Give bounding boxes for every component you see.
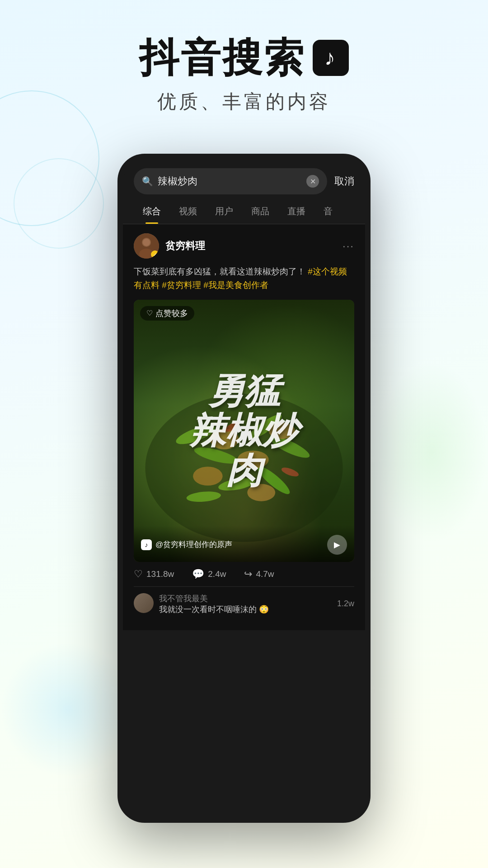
- bg-decoration-blob-bottom: [0, 642, 136, 778]
- app-title-text: 抖音搜索: [139, 36, 305, 80]
- search-input-wrap[interactable]: 🔍 辣椒炒肉 ✕: [134, 168, 327, 194]
- video-thumbnail[interactable]: 勇猛辣椒炒肉 ♡ 点赞较多 ♪ @贫穷料理创作的原声 ▶: [134, 300, 354, 562]
- badge-text: 点赞较多: [155, 308, 188, 319]
- like-icon: ♡: [134, 568, 143, 580]
- video-text-overlay: 勇猛辣椒炒肉: [134, 300, 354, 562]
- cancel-search-button[interactable]: 取消: [334, 175, 354, 188]
- share-count: 4.7w: [256, 569, 274, 579]
- comment-stat[interactable]: 💬 2.4w: [192, 568, 226, 580]
- search-query-text: 辣椒炒肉: [158, 175, 302, 188]
- hashtag-3[interactable]: #我是美食创作者: [203, 280, 268, 290]
- tiktok-icon-symbol: ♪: [324, 46, 337, 70]
- app-title: 抖音搜索 ♪: [0, 36, 488, 80]
- video-music-info: ♪ @贫穷料理创作的原声: [141, 539, 232, 550]
- commenter-avatar: [134, 593, 154, 613]
- header-section: 抖音搜索 ♪ 优质、丰富的内容: [0, 0, 488, 132]
- comment-text: 我就没一次看时不咽唾沫的 😳: [159, 604, 332, 615]
- comment-count: 2.4w: [208, 569, 226, 579]
- video-like-badge: ♡ 点赞较多: [140, 306, 194, 321]
- music-info-text: @贫穷料理创作的原声: [155, 539, 232, 550]
- phone-screen: 🔍 辣椒炒肉 ✕ 取消 综合 视频 用户 商品: [123, 159, 365, 817]
- tab-视频[interactable]: 视频: [170, 202, 206, 224]
- content-area: ✓ 贫穷料理 ··· 下饭菜到底有多凶猛，就看这道辣椒炒肉了！ #这个视频有点料…: [123, 224, 365, 630]
- clear-search-button[interactable]: ✕: [306, 175, 319, 188]
- video-overlay-text: 勇猛辣椒炒肉: [190, 371, 298, 491]
- tab-音[interactable]: 音: [314, 202, 342, 224]
- heart-icon: ♡: [146, 309, 153, 317]
- tabs-row: 综合 视频 用户 商品 直播 音: [123, 194, 365, 224]
- comment-like-count: 1.2w: [337, 599, 354, 609]
- verified-badge: ✓: [151, 250, 159, 259]
- share-stat[interactable]: ↪ 4.7w: [244, 568, 274, 580]
- comment-preview: 我不管我最美 我就没一次看时不咽唾沫的 😳 1.2w: [134, 587, 354, 621]
- play-button[interactable]: ▶: [327, 535, 347, 555]
- comment-content: 我不管我最美 我就没一次看时不咽唾沫的 😳: [159, 593, 332, 615]
- post-stats: ♡ 131.8w 💬 2.4w ↪ 4.7w: [134, 562, 354, 587]
- bg-decoration-circle-2: [14, 158, 104, 249]
- app-subtitle: 优质、丰富的内容: [0, 89, 488, 114]
- tab-商品[interactable]: 商品: [242, 202, 278, 224]
- phone-mockup: 🔍 辣椒炒肉 ✕ 取消 综合 视频 用户 商品: [117, 154, 371, 823]
- search-icon: 🔍: [142, 176, 153, 187]
- search-bar-area: 🔍 辣椒炒肉 ✕ 取消: [123, 159, 365, 194]
- bg-decoration-blob-right: [375, 362, 488, 542]
- like-stat[interactable]: ♡ 131.8w: [134, 568, 174, 580]
- post-header: ✓ 贫穷料理 ···: [134, 233, 354, 259]
- video-bottom-bar: ♪ @贫穷料理创作的原声 ▶: [134, 526, 354, 562]
- tab-用户[interactable]: 用户: [206, 202, 242, 224]
- like-count: 131.8w: [146, 569, 174, 579]
- more-options-button[interactable]: ···: [343, 240, 354, 252]
- phone-frame: 🔍 辣椒炒肉 ✕ 取消 综合 视频 用户 商品: [117, 154, 371, 823]
- share-icon: ↪: [244, 568, 252, 580]
- post-description: 下饭菜到底有多凶猛，就看这道辣椒炒肉了！ #这个视频有点料 #贫穷料理 #我是美…: [134, 265, 354, 292]
- svg-point-3: [143, 239, 150, 246]
- comment-icon: 💬: [192, 568, 204, 580]
- post-avatar[interactable]: ✓: [134, 233, 159, 259]
- tiktok-logo-small: ♪: [141, 539, 152, 550]
- commenter-username[interactable]: 我不管我最美: [159, 593, 332, 604]
- hashtag-2[interactable]: #贫穷料理: [162, 280, 201, 290]
- tab-直播[interactable]: 直播: [278, 202, 314, 224]
- tab-综合[interactable]: 综合: [134, 202, 170, 224]
- tiktok-app-icon: ♪: [313, 40, 349, 76]
- post-username[interactable]: 贫穷料理: [165, 239, 343, 253]
